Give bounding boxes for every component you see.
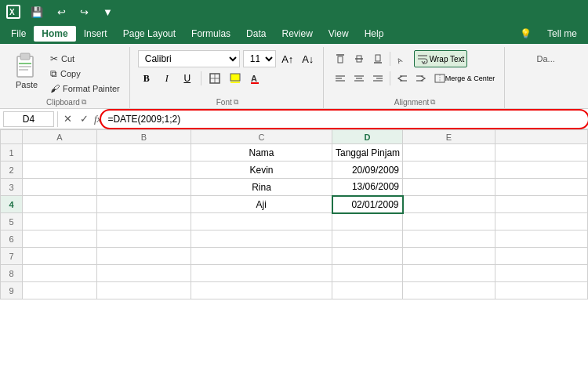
orient-text-button[interactable]: A xyxy=(394,50,412,67)
cell-D4[interactable]: 02/01/2009 xyxy=(332,196,403,213)
underline-button[interactable]: U xyxy=(179,70,196,87)
cell-ref-input[interactable] xyxy=(3,111,54,127)
cell-4[interactable] xyxy=(495,196,588,213)
cell-A3[interactable] xyxy=(23,179,97,196)
formula-cancel-btn[interactable]: ✕ xyxy=(61,112,74,125)
cell-B4[interactable] xyxy=(97,196,191,213)
cell-D1[interactable]: Tanggal Pinjam Buku xyxy=(332,144,403,162)
cell-A8[interactable] xyxy=(23,265,97,282)
cell-D2[interactable]: 20/09/2009 xyxy=(332,162,403,179)
cell-C8[interactable] xyxy=(191,265,332,282)
align-left-button[interactable] xyxy=(332,70,349,87)
row-header-9[interactable]: 9 xyxy=(1,282,23,299)
menu-home[interactable]: Home xyxy=(34,26,75,42)
cell-D6[interactable] xyxy=(332,230,403,248)
menu-page-layout[interactable]: Page Layout xyxy=(115,26,183,42)
col-header-c[interactable]: C xyxy=(191,130,332,144)
cell-C9[interactable] xyxy=(191,282,332,299)
decrease-font-btn[interactable]: A↓ xyxy=(299,50,317,67)
cell-C3[interactable]: Rina xyxy=(191,179,332,196)
formula-input[interactable] xyxy=(104,111,585,127)
font-color-button[interactable]: A xyxy=(247,70,264,87)
cell-E3[interactable] xyxy=(403,179,495,196)
cell-E4[interactable] xyxy=(403,196,495,213)
alignment-expand-icon[interactable]: ⧉ xyxy=(430,98,435,107)
save-btn[interactable]: 💾 xyxy=(27,5,47,20)
cell-C5[interactable] xyxy=(191,213,332,230)
cell-9[interactable] xyxy=(495,282,588,299)
cell-A9[interactable] xyxy=(23,282,97,299)
cell-E9[interactable] xyxy=(403,282,495,299)
col-header-e[interactable]: E xyxy=(403,130,495,144)
cell-B6[interactable] xyxy=(97,230,191,248)
row-header-1[interactable]: 1 xyxy=(1,144,23,162)
paste-button[interactable]: Paste xyxy=(9,50,44,91)
cell-E5[interactable] xyxy=(403,213,495,230)
cell-E7[interactable] xyxy=(403,248,495,265)
cell-C2[interactable]: Kevin xyxy=(191,162,332,179)
menu-review[interactable]: Review xyxy=(274,26,320,42)
menu-help[interactable]: Help xyxy=(357,26,392,42)
border-button[interactable] xyxy=(206,70,223,87)
cell-B3[interactable] xyxy=(97,179,191,196)
cell-5[interactable] xyxy=(495,213,588,230)
row-header-4[interactable]: 4 xyxy=(1,196,23,213)
align-center-button[interactable] xyxy=(350,70,368,87)
cell-C1[interactable]: Nama xyxy=(191,144,332,162)
fill-color-button[interactable] xyxy=(227,70,244,87)
cell-E2[interactable] xyxy=(403,162,495,179)
cell-E8[interactable] xyxy=(403,265,495,282)
cell-C4[interactable]: Aji xyxy=(191,196,332,213)
cell-A6[interactable] xyxy=(23,230,97,248)
menu-view[interactable]: View xyxy=(321,26,357,42)
tell-me-label[interactable]: Tell me xyxy=(539,26,585,42)
align-bottom-button[interactable] xyxy=(369,50,387,67)
bold-button[interactable]: B xyxy=(138,70,155,87)
row-header-5[interactable]: 5 xyxy=(1,213,23,230)
cell-3[interactable] xyxy=(495,179,588,196)
row-header-2[interactable]: 2 xyxy=(1,162,23,179)
redo-btn[interactable]: ↪ xyxy=(76,5,93,20)
cell-D3[interactable]: 13/06/2009 xyxy=(332,179,403,196)
menu-data[interactable]: Data xyxy=(238,26,274,42)
cell-1[interactable] xyxy=(495,144,588,162)
italic-button[interactable]: I xyxy=(158,70,176,87)
increase-indent-button[interactable] xyxy=(412,70,430,87)
cut-button[interactable]: ✂ Cut xyxy=(47,52,123,66)
cell-B7[interactable] xyxy=(97,248,191,265)
increase-font-btn[interactable]: A↑ xyxy=(279,50,296,67)
cell-A4[interactable] xyxy=(23,196,97,213)
align-right-button[interactable] xyxy=(369,70,387,87)
col-header-a[interactable]: A xyxy=(23,130,97,144)
formula-confirm-btn[interactable]: ✓ xyxy=(78,112,91,125)
font-size-select[interactable]: 11 xyxy=(243,50,276,67)
cell-A7[interactable] xyxy=(23,248,97,265)
menu-file[interactable]: File xyxy=(3,26,34,42)
font-name-select[interactable]: Calibri xyxy=(138,50,240,67)
decrease-indent-button[interactable] xyxy=(394,70,411,87)
undo-btn[interactable]: ↩ xyxy=(53,5,70,20)
da-button[interactable]: Da... xyxy=(534,50,558,67)
cell-E1[interactable] xyxy=(403,144,495,162)
cell-A5[interactable] xyxy=(23,213,97,230)
cell-6[interactable] xyxy=(495,230,588,248)
cell-D5[interactable] xyxy=(332,213,403,230)
cell-C6[interactable] xyxy=(191,230,332,248)
menu-formulas[interactable]: Formulas xyxy=(183,26,238,42)
cell-D7[interactable] xyxy=(332,248,403,265)
wrap-text-button[interactable]: Wrap Text xyxy=(414,50,468,67)
cell-E6[interactable] xyxy=(403,230,495,248)
align-top-button[interactable] xyxy=(332,50,349,67)
cell-A1[interactable] xyxy=(23,144,97,162)
cell-A2[interactable] xyxy=(23,162,97,179)
customize-btn[interactable]: ▼ xyxy=(99,5,117,20)
cell-B9[interactable] xyxy=(97,282,191,299)
align-middle-button[interactable] xyxy=(350,50,368,67)
cell-C7[interactable] xyxy=(191,248,332,265)
row-header-6[interactable]: 6 xyxy=(1,230,23,248)
row-header-8[interactable]: 8 xyxy=(1,265,23,282)
cell-8[interactable] xyxy=(495,265,588,282)
row-header-3[interactable]: 3 xyxy=(1,179,23,196)
col-header-extra[interactable] xyxy=(495,130,588,144)
font-expand-icon[interactable]: ⧉ xyxy=(234,98,238,107)
